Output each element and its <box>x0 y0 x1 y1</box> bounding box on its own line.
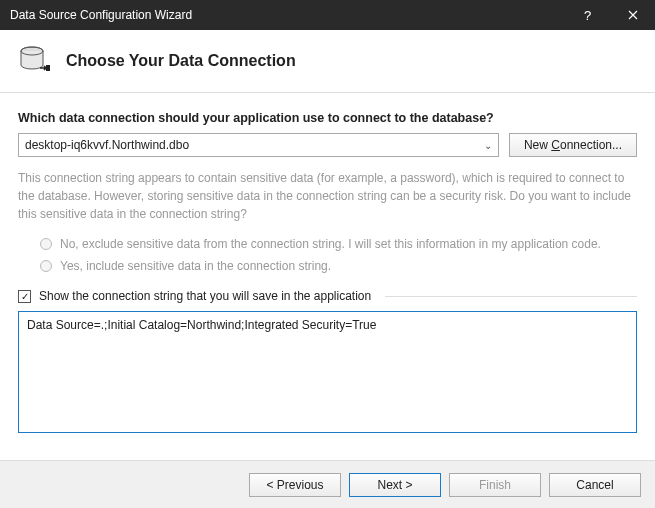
radio-include-sensitive: Yes, include sensitive data in the conne… <box>18 255 637 277</box>
cancel-button[interactable]: Cancel <box>549 473 641 497</box>
show-connection-string-label: Show the connection string that you will… <box>39 289 371 303</box>
title-bar: Data Source Configuration Wizard ? <box>0 0 655 30</box>
sensitive-data-description: This connection string appears to contai… <box>18 169 637 223</box>
radio-exclude-sensitive: No, exclude sensitive data from the conn… <box>18 233 637 255</box>
radio-include-label: Yes, include sensitive data in the conne… <box>60 259 331 273</box>
help-button[interactable]: ? <box>565 0 610 30</box>
connection-dropdown-value: desktop-iq6kvvf.Northwind.dbo <box>25 138 189 152</box>
radio-exclude-label: No, exclude sensitive data from the conn… <box>60 237 601 251</box>
svg-rect-2 <box>46 65 50 71</box>
window-title: Data Source Configuration Wizard <box>10 8 192 22</box>
database-icon <box>18 44 52 78</box>
new-connection-button[interactable]: New Connection... <box>509 133 637 157</box>
radio-icon <box>40 260 52 272</box>
chevron-down-icon: ⌄ <box>484 140 492 151</box>
close-button[interactable] <box>610 0 655 30</box>
section-divider <box>385 296 637 297</box>
radio-icon <box>40 238 52 250</box>
next-button[interactable]: Next > <box>349 473 441 497</box>
wizard-step-title: Choose Your Data Connection <box>66 52 296 70</box>
previous-button[interactable]: < Previous <box>249 473 341 497</box>
connection-dropdown[interactable]: desktop-iq6kvvf.Northwind.dbo ⌄ <box>18 133 499 157</box>
wizard-footer: < Previous Next > Finish Cancel <box>0 460 655 508</box>
connection-string-textbox[interactable]: Data Source=.;Initial Catalog=Northwind;… <box>18 311 637 433</box>
finish-button: Finish <box>449 473 541 497</box>
connection-string-value: Data Source=.;Initial Catalog=Northwind;… <box>27 318 376 332</box>
checkbox-icon: ✓ <box>18 290 31 303</box>
close-icon <box>628 10 638 20</box>
wizard-body: Which data connection should your applic… <box>0 93 655 451</box>
show-connection-string-checkbox[interactable]: ✓ Show the connection string that you wi… <box>18 289 637 303</box>
wizard-header: Choose Your Data Connection <box>0 30 655 93</box>
question-label: Which data connection should your applic… <box>18 111 637 125</box>
